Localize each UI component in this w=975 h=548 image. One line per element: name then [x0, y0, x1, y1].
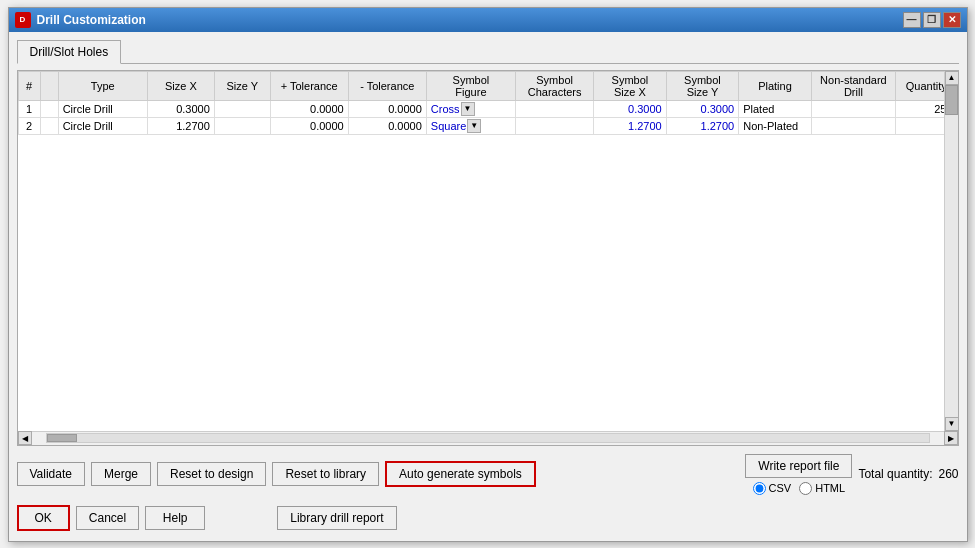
- cell-symbolSizeX-1: 0.3000: [594, 100, 667, 117]
- total-section: Total quantity: 260: [858, 467, 958, 481]
- scroll-thumb-vertical[interactable]: [945, 85, 958, 115]
- validate-button[interactable]: Validate: [17, 462, 85, 486]
- table-container: # Type Size X Size Y + Tolerance - Toler…: [17, 70, 959, 446]
- col-header-sizeX: Size X: [147, 71, 214, 100]
- cell-type-1: Circle Drill: [58, 100, 147, 117]
- scrollbar-horizontal[interactable]: ◀ ▶: [18, 431, 958, 445]
- close-button[interactable]: ✕: [943, 12, 961, 28]
- cell-symbolFigure-1[interactable]: Cross ▼: [426, 100, 515, 117]
- cell-plating-1: Plated: [739, 100, 812, 117]
- col-header-nonStdDrill: Non-standardDrill: [811, 71, 895, 100]
- symbol-figure-dropdown-1[interactable]: ▼: [461, 102, 475, 116]
- merge-button[interactable]: Merge: [91, 462, 151, 486]
- scroll-down-arrow[interactable]: ▼: [945, 417, 959, 431]
- cell-col2-2: [40, 117, 58, 134]
- col-header-symbolChars: SymbolCharacters: [516, 71, 594, 100]
- tab-bar: Drill/Slot Holes: [17, 40, 959, 64]
- cell-plusTol-1: 0.0000: [270, 100, 348, 117]
- col-header-num: #: [18, 71, 40, 100]
- ok-button[interactable]: OK: [17, 505, 70, 531]
- write-report-file-button[interactable]: Write report file: [745, 454, 852, 478]
- radio-html[interactable]: HTML: [799, 482, 845, 495]
- reset-to-library-button[interactable]: Reset to library: [272, 462, 379, 486]
- scroll-thumb-horizontal[interactable]: [47, 434, 77, 442]
- window-icon: D: [15, 12, 31, 28]
- main-window: D Drill Customization — ❐ ✕ Drill/Slot H…: [8, 7, 968, 542]
- radio-csv[interactable]: CSV: [753, 482, 792, 495]
- reset-to-design-button[interactable]: Reset to design: [157, 462, 266, 486]
- cell-symbolSizeY-2: 1.2700: [666, 117, 739, 134]
- col-header-minusTol: - Tolerance: [348, 71, 426, 100]
- window-controls: — ❐ ✕: [903, 12, 961, 28]
- scroll-right-arrow[interactable]: ▶: [944, 431, 958, 445]
- cancel-button[interactable]: Cancel: [76, 506, 139, 530]
- minimize-button[interactable]: —: [903, 12, 921, 28]
- scroll-left-arrow[interactable]: ◀: [18, 431, 32, 445]
- library-drill-report-button[interactable]: Library drill report: [277, 506, 396, 530]
- cell-symbolChars-1[interactable]: [516, 100, 594, 117]
- cell-plating-2: Non-Plated: [739, 117, 812, 134]
- scroll-track-vertical: [945, 85, 958, 417]
- cell-sizeX-2: 1.2700: [147, 117, 214, 134]
- cell-type-2: Circle Drill: [58, 117, 147, 134]
- symbol-figure-dropdown-2[interactable]: ▼: [467, 119, 481, 133]
- window-title: Drill Customization: [37, 13, 903, 27]
- report-section: Write report file CSV HTML: [745, 454, 852, 495]
- cell-nonStdDrill-2: [811, 117, 895, 134]
- col-header-symbolSizeY: SymbolSize Y: [666, 71, 739, 100]
- cell-sizeY-2: [214, 117, 270, 134]
- total-value: 260: [938, 467, 958, 481]
- bottom-button-row: OK Cancel Help Library drill report: [17, 503, 959, 533]
- cell-sizeX-1: 0.3000: [147, 100, 214, 117]
- cell-num-1: 1: [18, 100, 40, 117]
- cell-minusTol-1: 0.0000: [348, 100, 426, 117]
- table-wrapper[interactable]: # Type Size X Size Y + Tolerance - Toler…: [18, 71, 958, 431]
- col-header-sizeY: Size Y: [214, 71, 270, 100]
- drill-table: # Type Size X Size Y + Tolerance - Toler…: [18, 71, 958, 135]
- table-row: 1 Circle Drill 0.3000 0.0000 0.0000 Cros…: [18, 100, 957, 117]
- cell-num-2: 2: [18, 117, 40, 134]
- content-area: Drill/Slot Holes # Type Size X Size Y + …: [9, 32, 967, 541]
- cell-plusTol-2: 0.0000: [270, 117, 348, 134]
- restore-button[interactable]: ❐: [923, 12, 941, 28]
- cell-symbolFigure-2[interactable]: Square ▼: [426, 117, 515, 134]
- col-header-plusTol: + Tolerance: [270, 71, 348, 100]
- cell-nonStdDrill-1: [811, 100, 895, 117]
- radio-group-format: CSV HTML: [753, 482, 846, 495]
- cell-minusTol-2: 0.0000: [348, 117, 426, 134]
- total-label: Total quantity:: [858, 467, 932, 481]
- col-header-symbolSizeX: SymbolSize X: [594, 71, 667, 100]
- title-bar: D Drill Customization — ❐ ✕: [9, 8, 967, 32]
- col-header-col2: [40, 71, 58, 100]
- cell-symbolSizeY-1: 0.3000: [666, 100, 739, 117]
- col-header-plating: Plating: [739, 71, 812, 100]
- table-row: 2 Circle Drill 1.2700 0.0000 0.0000 Squa…: [18, 117, 957, 134]
- cell-symbolSizeX-2: 1.2700: [594, 117, 667, 134]
- scroll-track-horizontal: [46, 433, 930, 443]
- scroll-up-arrow[interactable]: ▲: [945, 71, 959, 85]
- help-button[interactable]: Help: [145, 506, 205, 530]
- scrollbar-vertical[interactable]: ▲ ▼: [944, 71, 958, 431]
- col-header-type: Type: [58, 71, 147, 100]
- cell-col2-1: [40, 100, 58, 117]
- cell-sizeY-1: [214, 100, 270, 117]
- tab-drill-slot-holes[interactable]: Drill/Slot Holes: [17, 40, 122, 64]
- auto-generate-symbols-button[interactable]: Auto generate symbols: [385, 461, 536, 487]
- col-header-symbolFigure: SymbolFigure: [426, 71, 515, 100]
- cell-symbolChars-2[interactable]: [516, 117, 594, 134]
- action-button-row: Validate Merge Reset to design Reset to …: [17, 452, 959, 497]
